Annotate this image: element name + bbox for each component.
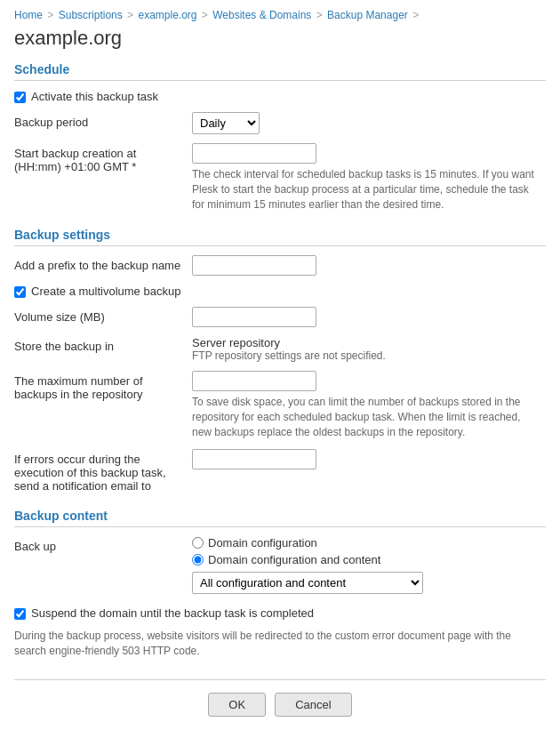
breadcrumb-example-org[interactable]: example.org	[138, 9, 196, 21]
email-row: If errors occur during the execution of …	[14, 449, 546, 493]
prefix-row: Add a prefix to the backup name example-…	[14, 255, 546, 276]
start-backup-hint: The check interval for scheduled backup …	[192, 167, 539, 212]
backup-settings-section: Backup settings Add a prefix to the back…	[14, 224, 546, 492]
email-input[interactable]: mymail@example.com	[192, 449, 316, 469]
server-repo-text: Server repository	[192, 336, 546, 349]
store-backup-label: Store the backup in	[14, 336, 192, 353]
multivolume-label: Create a multivolume backup	[31, 285, 180, 298]
max-backups-label: The maximum number of backups in the rep…	[14, 371, 192, 401]
activate-backup-checkbox[interactable]	[14, 92, 26, 103]
volume-size-label: Volume size (MB)	[14, 307, 192, 324]
suspend-label: Suspend the domain until the backup task…	[31, 606, 314, 620]
breadcrumb: Home > Subscriptions > example.org > Web…	[14, 9, 546, 21]
suspend-row: Suspend the domain until the backup task…	[14, 606, 546, 620]
page-title: example.org	[14, 27, 546, 50]
breadcrumb-subscriptions[interactable]: Subscriptions	[59, 9, 123, 21]
content-select-row: All configuration and content Mail confi…	[192, 572, 546, 594]
radio-domain-config-row: Domain configuration	[192, 536, 546, 549]
content-select[interactable]: All configuration and content Mail confi…	[192, 572, 423, 594]
schedule-header: Schedule	[14, 59, 546, 81]
prefix-input[interactable]: example-daily	[192, 255, 316, 276]
email-label: If errors occur during the execution of …	[14, 449, 192, 493]
start-backup-input[interactable]: 15:18	[192, 143, 316, 164]
multivolume-row: Create a multivolume backup	[14, 285, 546, 298]
radio-domain-content-label: Domain configuration and content	[208, 553, 380, 566]
backup-content-header: Backup content	[14, 505, 546, 527]
backup-period-select[interactable]: Daily Weekly Monthly	[192, 112, 260, 134]
ok-button[interactable]: OK	[208, 693, 266, 717]
backup-period-row: Backup period Daily Weekly Monthly	[14, 112, 546, 134]
prefix-label: Add a prefix to the backup name	[14, 255, 192, 272]
backup-content-section: Backup content Back up Domain configurat…	[14, 505, 546, 659]
suspend-hint: During the backup process, website visit…	[14, 629, 512, 659]
volume-size-input[interactable]: 2047	[192, 307, 316, 327]
max-backups-input[interactable]: 2	[192, 371, 316, 391]
button-bar: OK Cancel	[14, 679, 546, 717]
backup-type-radio-group: Domain configuration Domain configuratio…	[192, 536, 546, 566]
breadcrumb-home[interactable]: Home	[14, 9, 43, 21]
start-backup-control: 15:18 The check interval for scheduled b…	[192, 143, 546, 212]
backup-type-control: Domain configuration Domain configuratio…	[192, 536, 546, 594]
breadcrumb-backup-manager[interactable]: Backup Manager	[327, 9, 408, 21]
backup-period-control: Daily Weekly Monthly	[192, 112, 546, 134]
max-backups-hint: To save disk space, you can limit the nu…	[192, 395, 539, 439]
max-backups-row: The maximum number of backups in the rep…	[14, 371, 546, 439]
prefix-control: example-daily	[192, 255, 546, 276]
volume-size-control: 2047	[192, 307, 546, 327]
volume-size-row: Volume size (MB) 2047	[14, 307, 546, 327]
radio-domain-config-label: Domain configuration	[208, 536, 317, 549]
backup-type-label: Back up	[14, 536, 192, 553]
activate-backup-row: Activate this backup task	[14, 90, 546, 103]
cancel-button[interactable]: Cancel	[275, 693, 351, 717]
activate-backup-label: Activate this backup task	[31, 90, 158, 103]
store-backup-row: Store the backup in Server repository FT…	[14, 336, 546, 362]
start-backup-label: Start backup creation at(HH:mm) +01:00 G…	[14, 143, 192, 173]
multivolume-checkbox[interactable]	[14, 286, 26, 298]
max-backups-control: 2 To save disk space, you can limit the …	[192, 371, 546, 439]
backup-period-label: Backup period	[14, 112, 192, 129]
backup-settings-header: Backup settings	[14, 224, 546, 246]
suspend-section: Suspend the domain until the backup task…	[14, 603, 546, 659]
email-control: mymail@example.com	[192, 449, 546, 469]
start-backup-row: Start backup creation at(HH:mm) +01:00 G…	[14, 143, 546, 212]
suspend-checkbox[interactable]	[14, 608, 26, 620]
ftp-note: FTP repository settings are not specifie…	[192, 349, 546, 362]
radio-domain-content-row: Domain configuration and content	[192, 553, 546, 566]
backup-type-row: Back up Domain configuration Domain conf…	[14, 536, 546, 594]
radio-domain-content[interactable]	[192, 554, 204, 566]
store-backup-control: Server repository FTP repository setting…	[192, 336, 546, 362]
breadcrumb-websites-domains[interactable]: Websites & Domains	[212, 9, 311, 21]
radio-domain-config[interactable]	[192, 537, 204, 549]
schedule-section: Schedule Activate this backup task Backu…	[14, 59, 546, 212]
